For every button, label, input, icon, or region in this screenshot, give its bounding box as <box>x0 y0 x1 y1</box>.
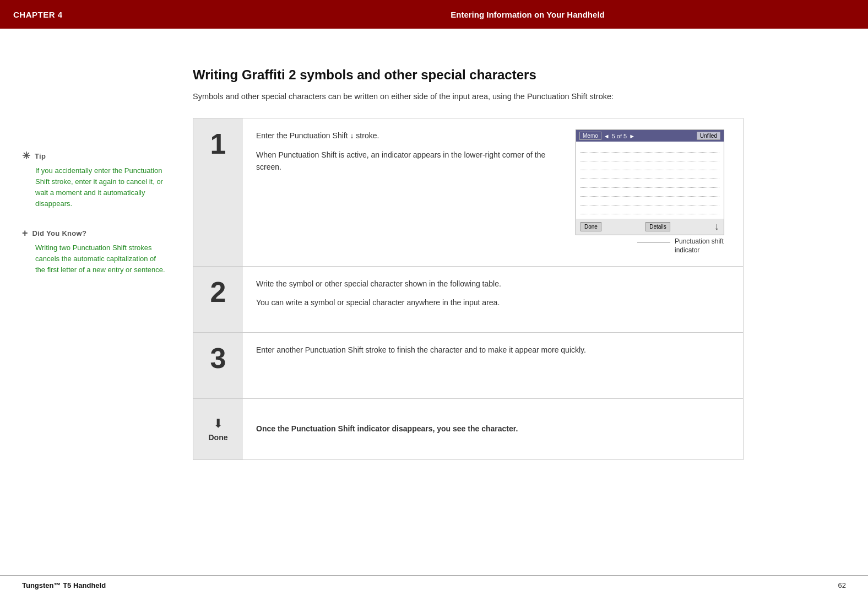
footer-brand: Tungsten™ T5 Handheld <box>22 581 106 589</box>
step-row-1: 1 Enter the Punctuation Shift ↓ stroke. … <box>193 118 743 266</box>
nav-left-arrow[interactable]: ◄ <box>604 133 610 139</box>
step-done-line-1: Once the Punctuation Shift indicator dis… <box>256 423 730 435</box>
step-2-number: 2 <box>210 278 226 306</box>
chapter-title: Entering Information on Your Handheld <box>200 10 855 19</box>
tip-block: ✳ Tip If you accidentally enter the Punc… <box>22 150 165 210</box>
step-done-num-cell: ⬇ Done <box>193 399 243 459</box>
step-3-line-1: Enter another Punctuation Shift stroke t… <box>256 344 730 356</box>
content-wrapper: ✳ Tip If you accidentally enter the Punc… <box>0 29 868 482</box>
tip-icon: ✳ <box>22 150 30 162</box>
step-1-num-cell: 1 <box>193 118 243 266</box>
done-button[interactable]: Done <box>581 222 601 231</box>
punctuation-indicator-label: Punctuation shift indicator <box>675 237 730 255</box>
indicator-label-area: Punctuation shift indicator <box>576 237 730 255</box>
device-illustration: Memo ◄ 5 of 5 ► Unfiled <box>576 129 730 255</box>
footer-page: 62 <box>838 581 846 589</box>
memo-button[interactable]: Memo <box>579 132 601 140</box>
details-button[interactable]: Details <box>645 222 670 231</box>
step-2-num-cell: 2 <box>193 267 243 332</box>
sidebar: ✳ Tip If you accidentally enter the Punc… <box>0 29 182 482</box>
device-topbar-left: Memo ◄ 5 of 5 ► <box>579 132 635 140</box>
device-line <box>581 154 719 161</box>
step-1-text: Enter the Punctuation Shift ↓ stroke. Wh… <box>256 129 565 255</box>
step-1-line-2: When Punctuation Shift is active, an ind… <box>256 149 565 174</box>
step-3-text: Enter another Punctuation Shift stroke t… <box>256 344 730 387</box>
section-intro: Symbols and other special characters can… <box>193 90 688 102</box>
step-row-done: ⬇ Done Once the Punctuation Shift indica… <box>193 399 743 459</box>
tip-header: ✳ Tip <box>22 150 165 162</box>
device-line <box>581 163 719 170</box>
step-1-number: 1 <box>210 129 226 158</box>
step-done-content: Once the Punctuation Shift indicator dis… <box>243 399 743 459</box>
punct-shift-indicator-arrow: ↓ <box>714 221 719 232</box>
step-row-3: 3 Enter another Punctuation Shift stroke… <box>193 333 743 399</box>
tip-label: Tip <box>35 152 46 160</box>
dyk-text: Writing two Punctuation Shift strokes ca… <box>35 242 165 275</box>
did-you-know-header: + Did You Know? <box>22 228 165 239</box>
device-lines <box>576 142 724 219</box>
dyk-label: Did You Know? <box>32 229 87 237</box>
step-1-content: Enter the Punctuation Shift ↓ stroke. Wh… <box>243 118 743 266</box>
main-content: Writing Graffiti 2 symbols and other spe… <box>182 29 868 482</box>
step-3-num-cell: 3 <box>193 333 243 398</box>
indicator-line <box>637 242 670 242</box>
device-line <box>581 207 719 214</box>
device-line <box>581 145 719 153</box>
chapter-label: CHAPTER 4 <box>13 10 200 19</box>
step-1-line-1: Enter the Punctuation Shift ↓ stroke. <box>256 129 565 142</box>
step-3-content: Enter another Punctuation Shift stroke t… <box>243 333 743 398</box>
step-2-line-2: You can write a symbol or special charac… <box>256 296 730 309</box>
page-footer: Tungsten™ T5 Handheld 62 <box>0 575 868 595</box>
step-row-2: 2 Write the symbol or other special char… <box>193 267 743 333</box>
device-line <box>581 180 719 188</box>
tip-text: If you accidentally enter the Punctuatio… <box>35 165 165 210</box>
step-2-content: Write the symbol or other special charac… <box>243 267 743 332</box>
device-line <box>581 198 719 205</box>
step-done-text: Once the Punctuation Shift indicator dis… <box>256 423 730 435</box>
step-3-number: 3 <box>210 344 226 372</box>
done-label: Done <box>209 433 228 442</box>
steps-table: 1 Enter the Punctuation Shift ↓ stroke. … <box>193 118 744 459</box>
nav-right-arrow[interactable]: ► <box>629 133 635 139</box>
did-you-know-block: + Did You Know? Writing two Punctuation … <box>22 228 165 275</box>
device-frame: Memo ◄ 5 of 5 ► Unfiled <box>576 129 724 235</box>
device-line <box>581 171 719 179</box>
dyk-icon: + <box>22 228 28 239</box>
page-header: CHAPTER 4 Entering Information on Your H… <box>0 0 868 29</box>
section-title: Writing Graffiti 2 symbols and other spe… <box>193 67 835 83</box>
unfiled-label: Unfiled <box>697 132 720 140</box>
device-line <box>581 189 719 197</box>
device-bottombar: Done Details ↓ <box>576 219 724 235</box>
step-2-line-1: Write the symbol or other special charac… <box>256 278 730 290</box>
page-count: 5 of 5 <box>612 133 627 139</box>
device-topbar: Memo ◄ 5 of 5 ► Unfiled <box>576 130 724 142</box>
done-arrow-icon: ⬇ <box>213 416 223 431</box>
step-2-text: Write the symbol or other special charac… <box>256 278 730 321</box>
